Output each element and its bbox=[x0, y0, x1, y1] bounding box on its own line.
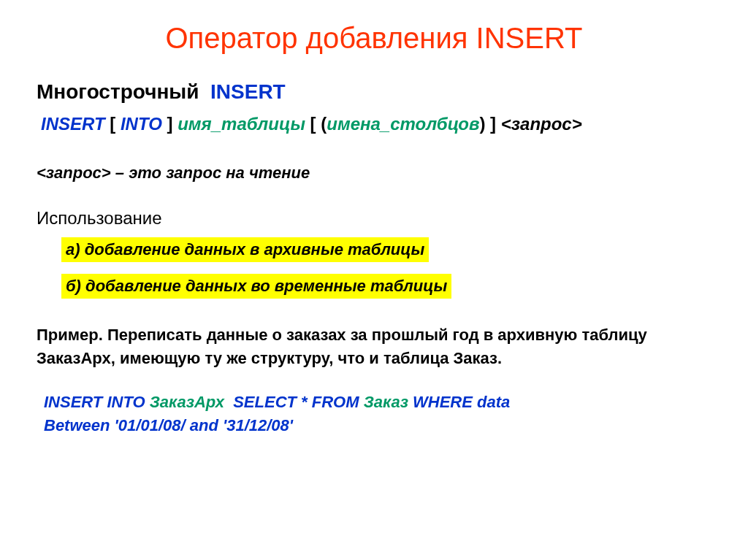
sql-where: WHERE bbox=[413, 393, 473, 411]
usage-heading: Использование bbox=[37, 208, 711, 229]
kw-insert: INSERT bbox=[41, 114, 105, 134]
var-cols: имена_столбцов bbox=[327, 114, 479, 134]
bracket-close-2: ] bbox=[490, 114, 496, 134]
subtitle: Многострочный INSERT bbox=[37, 80, 711, 104]
sql-and: and bbox=[190, 416, 218, 434]
example-description: Пример. Переписать данные о заказах за п… bbox=[37, 323, 711, 370]
slide-title: Оператор добавления INSERT bbox=[37, 22, 711, 55]
sql-insert-into: INSERT INTO bbox=[44, 393, 145, 411]
paren-close: ) bbox=[479, 114, 485, 134]
sql-table-arch: ЗаказАрх bbox=[150, 393, 224, 411]
sql-select-from: SELECT * FROM bbox=[233, 393, 359, 411]
bracket-open-1: [ bbox=[110, 114, 115, 134]
sql-between: Between bbox=[44, 416, 110, 434]
bracket-close-1: ] bbox=[167, 114, 173, 134]
usage-item-b: б) добавление данных во временные таблиц… bbox=[61, 274, 451, 299]
definition-text: <запрос> – это запрос на чтение bbox=[37, 164, 711, 183]
kw-into: INTO bbox=[121, 114, 162, 134]
bracket-open-2: [ bbox=[310, 114, 316, 134]
sql-date1: '01/01/08/ bbox=[115, 416, 186, 434]
subtitle-part1: Многострочный bbox=[37, 80, 199, 103]
sql-table-src: Заказ bbox=[364, 393, 408, 411]
syntax-line: INSERT [ INTO ] имя_таблицы [ (имена_сто… bbox=[41, 114, 711, 134]
sql-data-col: data bbox=[477, 393, 510, 411]
request-token: <запрос> bbox=[501, 114, 582, 134]
subtitle-part2: INSERT bbox=[210, 80, 286, 103]
sql-example: INSERT INTO ЗаказАрх SELECT * FROM Заказ… bbox=[44, 391, 711, 437]
sql-date2: '31/12/08' bbox=[223, 416, 293, 434]
var-table: имя_таблицы bbox=[178, 114, 305, 134]
usage-item-a: а) добавление данных в архивные таблицы bbox=[61, 237, 429, 262]
